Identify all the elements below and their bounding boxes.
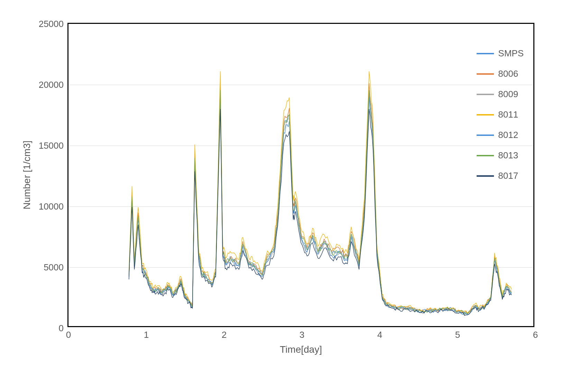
chart-stage: 0500010000150002000025000 0123456 Time[d… <box>0 0 588 370</box>
y-tick-label: 20000 <box>39 80 68 90</box>
legend-label: 8009 <box>498 89 518 100</box>
legend-item: 8006 <box>477 68 524 79</box>
x-tick-label: 2 <box>222 326 227 340</box>
legend-label: 8013 <box>498 150 518 161</box>
y-tick-label: 5000 <box>44 262 68 273</box>
y-axis-title: Number [1/cm3] <box>21 140 33 209</box>
legend-label: 8012 <box>498 130 518 140</box>
x-tick-label: 0 <box>66 326 71 340</box>
series-8011 <box>129 72 512 313</box>
legend-label: SMPS <box>498 48 524 59</box>
legend-item: 8011 <box>477 109 524 120</box>
series-8013 <box>129 90 512 315</box>
x-tick-label: 5 <box>455 326 460 340</box>
legend-swatch <box>477 135 494 136</box>
x-axis-title: Time[day] <box>280 344 322 355</box>
series-8012 <box>129 98 512 315</box>
legend-swatch <box>477 53 494 54</box>
legend-item: 8017 <box>477 170 524 181</box>
series-SMPS <box>129 90 512 314</box>
y-tick-label: 10000 <box>39 201 68 212</box>
x-tick-label: 4 <box>377 326 382 340</box>
series-8009 <box>129 95 512 314</box>
legend-label: 8017 <box>498 170 518 181</box>
legend: SMPS800680098011801280138017 <box>477 48 524 181</box>
legend-swatch <box>477 94 494 95</box>
legend-item: 8013 <box>477 150 524 161</box>
legend-swatch <box>477 175 494 177</box>
legend-swatch <box>477 155 494 156</box>
series-8017 <box>129 109 512 315</box>
series-8006 <box>129 83 512 314</box>
line-series-layer <box>68 24 533 326</box>
x-tick-label: 3 <box>300 326 304 340</box>
legend-label: 8006 <box>498 68 518 79</box>
y-tick-label: 25000 <box>39 19 68 29</box>
x-tick-label: 1 <box>144 326 149 340</box>
plot-area: 0500010000150002000025000 0123456 Time[d… <box>67 23 534 327</box>
x-tick-label: 6 <box>533 326 538 340</box>
y-tick-label: 15000 <box>39 140 68 151</box>
legend-item: 8009 <box>477 89 524 100</box>
legend-item: SMPS <box>477 48 524 59</box>
legend-item: 8012 <box>477 130 524 140</box>
legend-swatch <box>477 73 494 75</box>
legend-label: 8011 <box>498 109 518 120</box>
legend-swatch <box>477 114 494 115</box>
